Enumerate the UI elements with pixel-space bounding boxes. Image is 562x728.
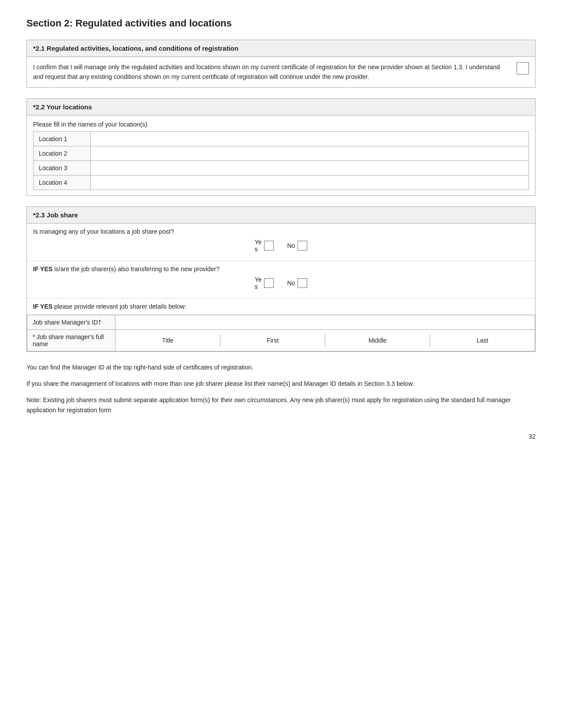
no-item-2: No [287, 278, 307, 288]
footer-notes: You can find the Manager ID at the top r… [26, 362, 536, 415]
if-yes-provide-text: please provide relevant job sharer detai… [54, 303, 186, 310]
location-value-3[interactable] [91, 161, 529, 175]
page-number: 32 [26, 433, 536, 440]
if-yes-bold-2: IF YES [33, 265, 52, 273]
section-2-1-text: I confirm that I will manage only the re… [33, 62, 508, 82]
section-2-2-header: *2.2 Your locations [27, 99, 535, 116]
location-row-4: Location 4 [33, 175, 529, 190]
page-title: Section 2: Regulated activities and loca… [26, 18, 536, 29]
location-value-4[interactable] [91, 175, 529, 190]
name-cells-container: Title First Middle Last [115, 334, 535, 347]
if-yes-bold-3: IF YES [33, 303, 52, 310]
yes-item-1: Yes [255, 239, 274, 253]
details-table: Job share Manager's ID† * Job share mana… [27, 315, 535, 351]
job-share-question-1: Is managing any of your locations a job … [33, 228, 529, 235]
section-2-1: *2.1 Regulated activities, locations, an… [26, 40, 536, 88]
confirm-checkbox[interactable] [517, 62, 529, 75]
location-value-1[interactable] [91, 131, 529, 146]
footer-note-3: Note: Existing job sharers must submit s… [26, 395, 536, 415]
yes-label-2: Yes [255, 276, 262, 290]
location-label-4: Location 4 [33, 175, 91, 190]
manager-id-label: Job share Manager's ID† [27, 315, 115, 329]
location-row-3: Location 3 [33, 161, 529, 175]
location-label-3: Location 3 [33, 161, 91, 175]
footer-note-2: If you share the management of locations… [26, 379, 536, 389]
title-cell: Title [115, 334, 220, 347]
yes-checkbox-1[interactable] [264, 241, 274, 250]
if-yes-provide: IF YES please provide relevant job share… [27, 299, 535, 315]
full-name-label: * Job share manager's full name [27, 329, 115, 351]
locations-table: Location 1 Location 2 Location 3 Locatio… [33, 131, 529, 190]
manager-id-row: Job share Manager's ID† [27, 315, 535, 329]
middle-cell: Middle [325, 334, 430, 347]
last-cell: Last [430, 334, 535, 347]
no-item-1: No [287, 241, 307, 250]
location-label-1: Location 1 [33, 131, 91, 146]
no-label-2: No [287, 280, 295, 287]
section-2-1-header: *2.1 Regulated activities, locations, an… [27, 40, 535, 57]
no-checkbox-1[interactable] [298, 241, 307, 250]
yn-row-1: Yes No [33, 235, 529, 256]
location-row-1: Location 1 [33, 131, 529, 146]
location-row-2: Location 2 [33, 146, 529, 161]
section-2-2-body: Please fill in the names of your locatio… [27, 116, 535, 195]
job-share-question-2: IF YES is/are the job sharer(s) also tra… [33, 265, 529, 273]
full-name-cells: Title First Middle Last [115, 329, 535, 351]
section-2-3-header: *2.3 Job share [27, 207, 535, 224]
section-2-2: *2.2 Your locations Please fill in the n… [26, 98, 536, 196]
manager-id-value[interactable] [115, 315, 535, 329]
section-2-1-body: I confirm that I will manage only the re… [27, 57, 535, 87]
question-2-text: is/are the job sharer(s) also transferri… [54, 265, 220, 273]
yn-row-2: Yes No [33, 273, 529, 294]
job-share-question-1-block: Is managing any of your locations a job … [27, 224, 535, 261]
no-label-1: No [287, 242, 295, 249]
yes-label-1: Yes [255, 239, 262, 253]
section-2-2-subtitle: Please fill in the names of your locatio… [33, 121, 529, 128]
location-value-2[interactable] [91, 146, 529, 161]
yes-item-2: Yes [255, 276, 274, 290]
footer-note-1: You can find the Manager ID at the top r… [26, 362, 536, 373]
first-cell: First [220, 334, 325, 347]
job-share-question-2-block: IF YES is/are the job sharer(s) also tra… [27, 261, 535, 299]
no-checkbox-2[interactable] [298, 278, 307, 288]
location-label-2: Location 2 [33, 146, 91, 161]
yes-checkbox-2[interactable] [264, 278, 274, 288]
section-2-3: *2.3 Job share Is managing any of your l… [26, 206, 536, 352]
full-name-row: * Job share manager's full name Title Fi… [27, 329, 535, 351]
